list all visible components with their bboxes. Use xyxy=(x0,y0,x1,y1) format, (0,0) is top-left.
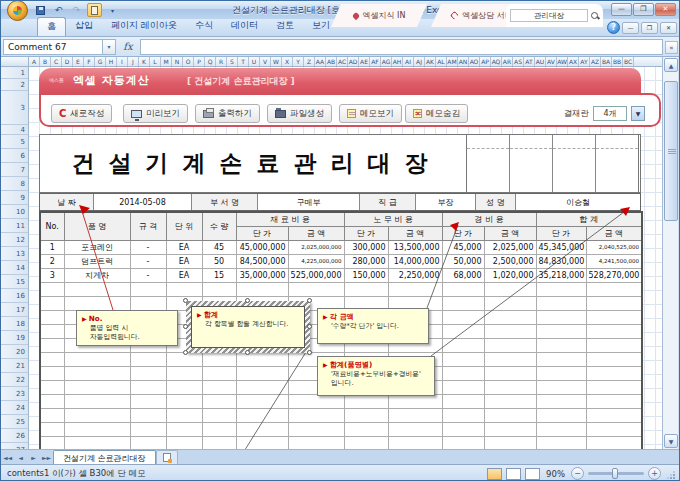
ribbon-tab-홈[interactable]: 홈 xyxy=(37,17,66,36)
sign-cell[interactable] xyxy=(596,135,638,192)
cell[interactable] xyxy=(344,436,388,450)
cell[interactable] xyxy=(484,436,536,450)
cell[interactable] xyxy=(202,282,236,296)
cell[interactable] xyxy=(166,408,202,422)
column-header-H[interactable]: H xyxy=(106,57,117,66)
cell[interactable] xyxy=(484,310,536,324)
row-header-10[interactable]: 10 xyxy=(1,205,28,219)
tab-excel-knowledge[interactable]: 엑셀지식 IN xyxy=(331,4,427,27)
column-header-AW[interactable]: AW xyxy=(557,57,568,66)
cell[interactable] xyxy=(586,324,642,338)
cell[interactable]: 지게차 xyxy=(64,268,130,282)
sub-header-단 가[interactable]: 단 가 xyxy=(536,226,586,240)
cell[interactable] xyxy=(202,366,236,380)
cell[interactable] xyxy=(586,408,642,422)
cell[interactable] xyxy=(166,366,202,380)
resize-handle[interactable] xyxy=(183,298,188,303)
cell[interactable] xyxy=(40,352,64,366)
cell[interactable] xyxy=(484,282,536,296)
sub-header-금 액[interactable]: 금 액 xyxy=(484,226,536,240)
column-header-N[interactable]: N xyxy=(172,57,183,66)
cell[interactable] xyxy=(536,282,586,296)
column-header-A[interactable]: A xyxy=(29,57,40,66)
cell[interactable] xyxy=(586,422,642,436)
workbook-restore-button[interactable]: ❒ xyxy=(641,22,658,34)
column-header-O[interactable]: O xyxy=(183,57,194,66)
column-header-R[interactable]: R xyxy=(216,57,227,66)
scroll-up-button[interactable]: ▲ xyxy=(664,58,678,72)
cell[interactable] xyxy=(442,436,484,450)
resize-handle[interactable] xyxy=(307,324,312,329)
cell[interactable]: 50 xyxy=(202,254,236,268)
column-header-AC[interactable]: AC xyxy=(337,57,348,66)
cell[interactable] xyxy=(388,394,442,408)
column-header-K[interactable]: K xyxy=(139,57,150,66)
minimize-button[interactable]: — xyxy=(611,3,632,16)
cell[interactable] xyxy=(166,394,202,408)
view-normal-button[interactable] xyxy=(487,468,502,480)
header-규 격[interactable]: 규 격 xyxy=(130,212,166,240)
ribbon-tab-데이터[interactable]: 데이터 xyxy=(222,17,267,36)
header-단 위[interactable]: 단 위 xyxy=(166,212,202,240)
cell[interactable] xyxy=(388,422,442,436)
cell[interactable] xyxy=(64,296,130,310)
cell[interactable] xyxy=(236,394,288,408)
column-header-AB[interactable]: AB xyxy=(326,57,337,66)
cell[interactable] xyxy=(236,366,288,380)
cell[interactable] xyxy=(484,380,536,394)
row-header-24[interactable]: 24 xyxy=(1,401,28,415)
cell[interactable]: 덤프트럭 xyxy=(64,254,130,268)
cell[interactable] xyxy=(442,338,484,352)
close-button[interactable]: ✕ xyxy=(655,3,676,16)
cell[interactable]: 150,000 xyxy=(344,268,388,282)
column-header-BA[interactable]: BA xyxy=(601,57,612,66)
zoom-slider[interactable] xyxy=(588,472,644,475)
column-header-BB[interactable]: BB xyxy=(612,57,623,66)
row-header-6[interactable]: 6 xyxy=(1,149,28,163)
cell[interactable]: - xyxy=(130,254,166,268)
sub-header-금 액[interactable]: 금 액 xyxy=(288,226,344,240)
zoom-level[interactable]: 90% xyxy=(546,469,565,479)
scroll-down-button[interactable]: ▼ xyxy=(664,434,678,448)
column-header-I[interactable]: I xyxy=(117,57,128,66)
cell[interactable] xyxy=(40,436,64,450)
cell[interactable] xyxy=(536,352,586,366)
cell[interactable] xyxy=(202,352,236,366)
last-sheet-button[interactable]: ►► xyxy=(40,450,53,464)
cell[interactable] xyxy=(344,408,388,422)
cell[interactable] xyxy=(536,324,586,338)
cell[interactable]: 4,225,000,000 xyxy=(288,254,344,268)
cell[interactable] xyxy=(40,338,64,352)
cell[interactable] xyxy=(536,422,586,436)
column-header-AX[interactable]: AX xyxy=(568,57,579,66)
cell[interactable] xyxy=(202,436,236,450)
ribbon-tab-페이지 레이아웃[interactable]: 페이지 레이아웃 xyxy=(102,17,186,36)
first-sheet-button[interactable]: ◄◄ xyxy=(1,450,14,464)
resize-handle[interactable] xyxy=(245,298,250,303)
cell[interactable] xyxy=(536,366,586,380)
column-header-AT[interactable]: AT xyxy=(524,57,535,66)
cell[interactable]: 68,000 xyxy=(442,268,484,282)
row-header-13[interactable]: 13 xyxy=(1,247,28,261)
ribbon-tab-검토[interactable]: 검토 xyxy=(267,17,303,36)
row-header-18[interactable]: 18 xyxy=(1,317,28,331)
office-button[interactable] xyxy=(7,0,28,21)
cell[interactable] xyxy=(40,282,64,296)
cell[interactable] xyxy=(64,366,130,380)
column-header-D[interactable]: D xyxy=(62,57,73,66)
header-품 명[interactable]: 품 명 xyxy=(64,212,130,240)
column-header-AD[interactable]: AD xyxy=(348,57,359,66)
column-header-U[interactable]: U xyxy=(249,57,260,66)
column-header-AM[interactable]: AM xyxy=(447,57,458,66)
search-input[interactable]: 관리대장 xyxy=(510,9,588,22)
workbook-minimize-button[interactable]: — xyxy=(622,22,639,34)
cell[interactable] xyxy=(388,282,442,296)
cell[interactable] xyxy=(130,352,166,366)
sign-cell[interactable] xyxy=(553,135,596,192)
column-header-AL[interactable]: AL xyxy=(436,57,447,66)
dept-value[interactable]: 구매부 xyxy=(258,194,360,210)
row-header-14[interactable]: 14 xyxy=(1,261,28,275)
column-header-AU[interactable]: AU xyxy=(535,57,546,66)
cell[interactable] xyxy=(442,422,484,436)
toolbar-button-새로작성[interactable]: C새로작성 xyxy=(51,104,112,123)
